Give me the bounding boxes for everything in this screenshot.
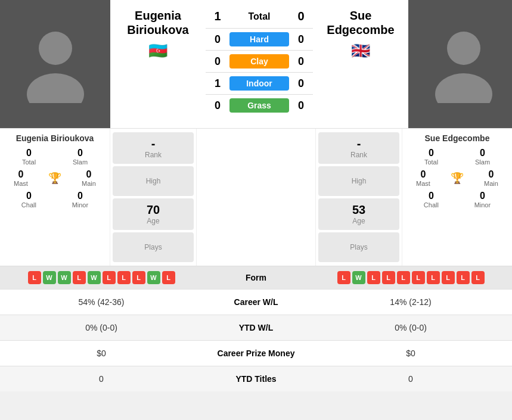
left-detail-name: Eugenia Birioukova (16, 133, 94, 143)
right-main-value: 0 (489, 169, 494, 180)
left-prize: $0 (0, 341, 203, 366)
right-player-info: Sue Edgecombe 🇬🇧 (313, 0, 408, 128)
left-stat-cards: - Rank High 70 Age Plays (110, 129, 197, 266)
left-plays-label: Plays (144, 243, 162, 251)
prize-label: Career Prize Money (203, 349, 309, 358)
form-badge: W (58, 271, 71, 284)
right-player-name-top: Sue Edgecombe (318, 8, 404, 37)
clay-button: Clay (229, 54, 289, 69)
right-ytd-wl: 0% (0-0) (309, 315, 512, 340)
grass-left-score: 0 (206, 99, 229, 112)
left-age-value: 70 (147, 203, 160, 217)
form-row: LWWLWLLLWL Form LWLLLLLLLL (0, 266, 512, 289)
left-stats-row2: 0 Mast 🏆 0 Main (4, 169, 106, 187)
form-badge: L (337, 271, 350, 284)
left-career-wl: 54% (42-36) (0, 290, 203, 315)
right-rank-value: - (357, 137, 361, 151)
right-flag: 🇬🇧 (351, 42, 370, 60)
right-chall-stat: 0 Chall (424, 191, 439, 209)
form-label: Form (203, 273, 309, 282)
form-badge: L (117, 271, 131, 284)
left-minor-stat: 0 Minor (72, 191, 89, 209)
right-high-card: High (318, 166, 399, 196)
right-detail-name: Sue Edgecombe (425, 133, 490, 143)
ytd-wl-row: 0% (0-0) YTD W/L 0% (0-0) (0, 315, 512, 340)
form-badge: L (457, 271, 470, 284)
left-high-card: High (113, 166, 194, 196)
right-age-card: 53 Age (318, 198, 399, 230)
right-plays-card: Plays (318, 232, 399, 262)
left-mast-stat: 0 Mast (14, 169, 28, 187)
right-player-photo (408, 0, 512, 128)
left-total-label: Total (22, 158, 36, 166)
hard-left-score: 0 (206, 33, 229, 46)
right-age-value: 53 (352, 203, 365, 217)
right-total-stat: 0 Total (424, 148, 438, 166)
total-label: Total (229, 11, 289, 22)
left-detail: Eugenia Birioukova 0 Total 0 Slam 0 Mast… (0, 129, 110, 266)
indoor-left-score: 1 (206, 77, 229, 90)
detail-stats-row: Eugenia Birioukova 0 Total 0 Slam 0 Mast… (0, 128, 512, 266)
right-high-label: High (352, 177, 367, 185)
right-mast-stat: 0 Mast (416, 169, 430, 187)
form-badge: L (427, 271, 440, 284)
left-mast-value: 0 (18, 169, 24, 180)
total-right-score: 0 (289, 10, 313, 23)
right-total-label: Total (424, 158, 438, 166)
left-age-label: Age (147, 217, 159, 225)
left-age-card: 70 Age (113, 198, 194, 230)
left-minor-label: Minor (72, 201, 89, 209)
hard-right-score: 0 (289, 33, 313, 46)
indoor-score-row: 1 Indoor 0 (206, 73, 313, 95)
right-chall-value: 0 (429, 191, 434, 201)
right-slam-label: Slam (475, 158, 490, 166)
right-minor-label: Minor (474, 201, 491, 209)
right-plays-label: Plays (350, 243, 367, 251)
form-badge: W (43, 271, 56, 284)
left-rank-value: - (151, 137, 156, 151)
left-main-stat: 0 Main (82, 169, 96, 187)
left-chall-value: 0 (26, 191, 32, 201)
form-badge: L (28, 271, 41, 284)
left-mast-label: Mast (14, 180, 28, 187)
form-badge: W (352, 271, 365, 284)
ytd-titles-row: 0 YTD Titles 0 (0, 366, 512, 391)
left-flag: 🇦🇿 (148, 42, 167, 60)
form-badge: W (147, 271, 160, 284)
hard-score-row: 0 Hard 0 (206, 29, 313, 51)
left-stats-row1: 0 Total 0 Slam (4, 148, 106, 166)
left-player-info: Eugenia Birioukova 🇦🇿 (110, 0, 206, 128)
right-stats-row1: 0 Total 0 Slam (406, 148, 508, 166)
left-avatar-icon (26, 26, 85, 103)
form-badge: L (397, 271, 410, 284)
left-form: LWWLWLLLWL (0, 271, 203, 284)
right-rank-card: - Rank (318, 132, 399, 164)
left-total-value: 0 (26, 148, 32, 158)
form-badge: L (73, 271, 86, 284)
right-total-value: 0 (429, 148, 434, 158)
grass-score-row: 0 Grass 0 (206, 95, 313, 116)
form-badge: L (132, 271, 145, 284)
left-high-label: High (146, 177, 161, 185)
right-minor-stat: 0 Minor (474, 191, 491, 209)
right-stats-row3: 0 Chall 0 Minor (406, 191, 508, 209)
svg-point-2 (447, 32, 480, 65)
left-slam-label: Slam (73, 158, 88, 166)
left-minor-value: 0 (77, 191, 83, 201)
career-wl-label: Career W/L (203, 297, 309, 307)
right-age-label: Age (352, 217, 365, 225)
clay-right-score: 0 (289, 55, 313, 68)
svg-point-0 (39, 32, 72, 65)
left-ytd-wl: 0% (0-0) (0, 315, 203, 340)
form-badge: W (88, 271, 101, 284)
career-wl-row: 54% (42-36) Career W/L 14% (2-12) (0, 289, 512, 315)
left-chall-stat: 0 Chall (21, 191, 36, 209)
form-badge: L (367, 271, 380, 284)
left-slam-value: 0 (77, 148, 83, 158)
right-avatar-icon (434, 26, 494, 103)
right-ytd-titles: 0 (309, 366, 512, 391)
indoor-button: Indoor (229, 76, 289, 91)
ytd-wl-label: YTD W/L (203, 323, 309, 332)
total-score-row: 1 Total 0 (206, 5, 313, 29)
left-rank-label: Rank (145, 151, 162, 159)
